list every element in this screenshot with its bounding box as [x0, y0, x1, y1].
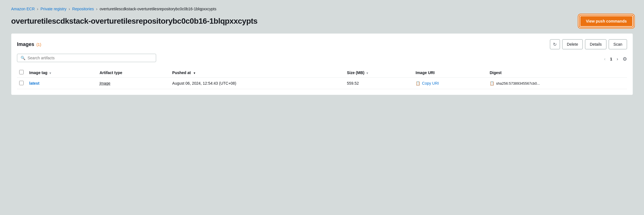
th-image-tag: Image tag ▿ — [26, 68, 96, 78]
th-artifact-type: Artifact type — [96, 68, 169, 78]
panel-title: Images — [17, 41, 34, 47]
image-tag-sort-icon: ▿ — [50, 72, 51, 75]
breadcrumb-amazon-ecr[interactable]: Amazon ECR — [11, 7, 35, 11]
search-bar[interactable]: 🔍 — [17, 54, 156, 62]
th-size-mb: Size (MB) ▿ — [343, 68, 412, 78]
pagination-prev-button[interactable]: ‹ — [602, 55, 608, 63]
breadcrumb-private-registry[interactable]: Private registry — [40, 7, 66, 11]
th-image-uri: Image URI — [412, 68, 486, 78]
page-header: overturetilescdkstack-overturetilesrepos… — [11, 16, 633, 27]
pagination-next-button[interactable]: › — [614, 55, 620, 63]
table-header-row: Image tag ▿ Artifact type Pushed at ▼ Si… — [17, 68, 627, 78]
th-checkbox — [17, 68, 26, 78]
breadcrumb-sep-1: › — [37, 7, 38, 11]
row-checkbox[interactable] — [19, 81, 24, 85]
table-row: latest Image August 06, 2024, 12:54:43 (… — [17, 78, 627, 89]
digest-value: sha256:57389345567cb0... — [496, 81, 540, 85]
th-pushed-at: Pushed at ▼ — [169, 68, 344, 78]
images-table: Image tag ▿ Artifact type Pushed at ▼ Si… — [17, 68, 627, 89]
refresh-icon: ↻ — [553, 42, 557, 47]
row-image-uri: 📋 Copy URI — [412, 78, 486, 89]
row-size-mb: 559.52 — [343, 78, 412, 89]
pushed-at-sort-icon: ▼ — [193, 72, 196, 75]
table-settings-button[interactable]: ⚙ — [623, 56, 627, 62]
row-pushed-at: August 06, 2024, 12:54:43 (UTC+08) — [169, 78, 344, 89]
breadcrumb-repositories[interactable]: Repositories — [72, 7, 94, 11]
th-digest: Digest — [486, 68, 627, 78]
breadcrumb-sep-2: › — [69, 7, 70, 11]
select-all-checkbox[interactable] — [19, 70, 24, 74]
images-panel: Images (1) ↻ Delete Details Scan 🔍 ‹ 1 ›… — [11, 33, 633, 95]
pagination-area: ‹ 1 › ⚙ — [602, 55, 627, 63]
copy-uri-button[interactable]: 📋 Copy URI — [416, 81, 439, 85]
search-input[interactable] — [28, 56, 153, 60]
panel-count: (1) — [36, 42, 41, 47]
details-button[interactable]: Details — [585, 39, 606, 49]
panel-header: Images (1) ↻ Delete Details Scan — [17, 39, 627, 49]
breadcrumb: Amazon ECR › Private registry › Reposito… — [11, 7, 633, 11]
search-pagination-row: 🔍 ‹ 1 › ⚙ — [17, 54, 627, 67]
refresh-button[interactable]: ↻ — [550, 39, 560, 49]
pagination-current-page: 1 — [610, 57, 612, 61]
scan-button[interactable]: Scan — [609, 39, 627, 49]
copy-icon: 📋 — [416, 81, 420, 85]
copy-uri-label: Copy URI — [422, 81, 439, 85]
breadcrumb-current: overturetilescdkstack-overturetilesrepos… — [100, 7, 216, 11]
image-tag-link[interactable]: latest — [29, 81, 40, 85]
row-checkbox-cell — [17, 78, 26, 89]
size-sort-icon: ▿ — [367, 72, 368, 75]
digest-copy-icon: 📋 — [490, 81, 494, 85]
search-icon: 🔍 — [21, 56, 25, 60]
view-push-commands-button[interactable]: View push commands — [580, 16, 633, 27]
row-artifact-type: Image — [96, 78, 169, 89]
panel-actions: ↻ Delete Details Scan — [550, 39, 627, 49]
delete-button[interactable]: Delete — [562, 39, 583, 49]
row-digest: 📋 sha256:57389345567cb0... — [486, 78, 627, 89]
panel-title-area: Images (1) — [17, 41, 41, 47]
breadcrumb-sep-3: › — [96, 7, 97, 11]
page-title: overturetilescdkstack-overturetilesrepos… — [11, 17, 257, 26]
row-image-tag: latest — [26, 78, 96, 89]
